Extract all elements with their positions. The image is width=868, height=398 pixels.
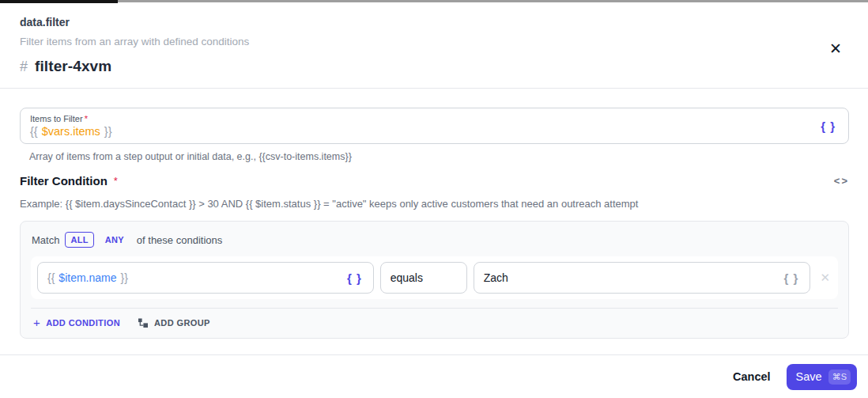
condition-operator-select[interactable]: equals	[380, 262, 467, 294]
panel-body: Items to Filter* {{$vars.items}} { } Arr…	[0, 89, 868, 354]
items-to-filter-label: Items to Filter*	[30, 114, 813, 123]
group-divider	[31, 308, 838, 309]
panel-footer: Cancel Save ⌘S	[0, 354, 868, 398]
expression-close-brace: }}	[104, 125, 112, 138]
required-asterisk: *	[85, 114, 88, 123]
hash-icon: #	[20, 59, 28, 75]
items-to-filter-label-text: Items to Filter	[30, 114, 83, 123]
save-button[interactable]: Save ⌘S	[787, 364, 857, 390]
expression-picker-icon[interactable]: { }	[817, 119, 839, 133]
expression-picker-icon[interactable]: { }	[781, 271, 802, 285]
items-to-filter-field[interactable]: Items to Filter* {{$vars.items}} { }	[20, 108, 849, 144]
expression-close-brace: }}	[121, 271, 128, 284]
close-icon[interactable]: ✕	[826, 40, 845, 59]
condition-row: {{$item.name}} { } equals Zach { } ✕	[37, 262, 832, 294]
match-any-toggle[interactable]: ANY	[100, 232, 130, 248]
panel-header: data.filter Filter items from an array w…	[0, 0, 868, 89]
condition-group: Match ALL ANY of these conditions {{$ite…	[20, 221, 849, 339]
step-name[interactable]: filter-4xvm	[35, 58, 111, 75]
expression-picker-icon[interactable]: { }	[344, 271, 365, 285]
match-suffix-label: of these conditions	[137, 234, 222, 246]
items-to-filter-value[interactable]: {{$vars.items}}	[30, 125, 813, 138]
expression-variable: $item.name	[58, 271, 116, 284]
step-name-row: # filter-4xvm	[20, 58, 849, 75]
match-label: Match	[32, 234, 59, 246]
expression-variable: $vars.items	[42, 125, 100, 138]
filter-condition-example: Example: {{ $item.daysSinceContact }} > …	[20, 198, 849, 210]
required-asterisk: *	[114, 175, 118, 187]
add-condition-button[interactable]: + ADD CONDITION	[33, 317, 120, 328]
condition-rows: {{$item.name}} { } equals Zach { } ✕	[31, 256, 838, 299]
add-group-icon	[138, 317, 149, 328]
match-all-toggle[interactable]: ALL	[65, 232, 93, 248]
step-type-label: data.filter	[20, 16, 849, 28]
code-view-icon[interactable]: <>	[834, 175, 849, 187]
filter-condition-label: Filter Condition	[20, 174, 108, 188]
remove-condition-icon[interactable]: ✕	[818, 271, 832, 285]
add-group-label: ADD GROUP	[154, 318, 210, 328]
step-config-panel: data.filter Filter items from an array w…	[0, 0, 868, 398]
condition-value-input[interactable]: Zach { }	[474, 262, 811, 294]
save-shortcut-badge: ⌘S	[828, 370, 851, 385]
condition-value-text: Zach	[484, 271, 508, 284]
step-description: Filter items from an array with defined …	[20, 36, 849, 47]
cancel-button[interactable]: Cancel	[733, 370, 771, 383]
items-to-filter-helper: Array of items from a step output or ini…	[29, 151, 849, 162]
filter-condition-header: Filter Condition * <>	[20, 174, 849, 188]
condition-field-input[interactable]: {{$item.name}} { }	[37, 262, 374, 294]
add-condition-label: ADD CONDITION	[46, 318, 120, 328]
save-button-label: Save	[796, 370, 822, 383]
group-actions: + ADD CONDITION ADD GROUP	[31, 317, 838, 328]
add-group-button[interactable]: ADD GROUP	[138, 317, 210, 328]
match-mode-row: Match ALL ANY of these conditions	[31, 232, 838, 248]
expression-open-brace: {{	[47, 271, 55, 284]
plus-icon: +	[33, 317, 40, 328]
expression-open-brace: {{	[30, 125, 38, 138]
